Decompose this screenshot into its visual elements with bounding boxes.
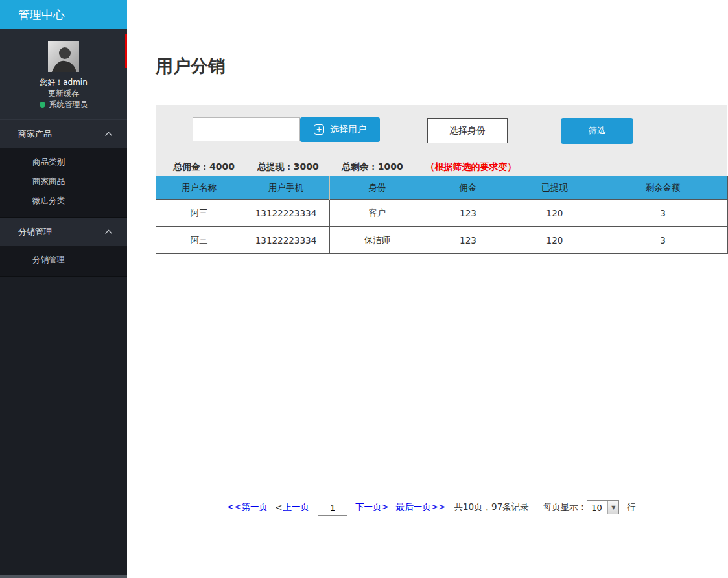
users-table: 用户名称 用户手机 身份 佣金 已提现 剩余金额 阿三 13122223334 … bbox=[156, 176, 728, 254]
next-page-link[interactable]: 下一页> bbox=[355, 502, 389, 513]
user-greeting: 您好！admin bbox=[0, 77, 127, 88]
page: 管理中心 您好！admin 更新缓存 系统管理员 bbox=[0, 0, 728, 578]
sidebar-group-label: 商家产品 bbox=[18, 128, 52, 140]
chevron-up-icon bbox=[104, 227, 113, 237]
filter-panel: + 选择用户 选择身份 筛选 总佣金：4000 总提现：3000 总剩余：100… bbox=[156, 105, 727, 176]
total-withdrawn: 总提现：3000 bbox=[257, 161, 319, 172]
sidebar-item-distribution-management[interactable]: 分销管理 bbox=[0, 250, 127, 270]
page-size-label: 每页显示： bbox=[543, 502, 587, 513]
pagination: <<第一页 < 上一页 下一页> 最后一页>> 共10页，97条记录 每页显示：… bbox=[227, 498, 636, 516]
sidebar-group-label: 分销管理 bbox=[18, 226, 52, 238]
user-search-input[interactable] bbox=[193, 117, 300, 141]
prev-page-link[interactable]: 上一页 bbox=[283, 502, 309, 513]
user-panel: 您好！admin 更新缓存 系统管理员 bbox=[0, 29, 127, 120]
user-avatar bbox=[48, 41, 79, 72]
page-title: 用户分销 bbox=[156, 54, 226, 78]
col-commission: 佣金 bbox=[425, 176, 511, 200]
sidebar-group-merchant-products[interactable]: 商家产品 bbox=[0, 120, 127, 148]
col-username: 用户名称 bbox=[156, 176, 242, 200]
cell-commission: 123 bbox=[425, 227, 511, 254]
user-role-label: 系统管理员 bbox=[49, 99, 88, 110]
table-row: 阿三 13122223334 客户 123 120 3 bbox=[156, 200, 728, 227]
current-page-input[interactable] bbox=[318, 500, 347, 516]
first-page-link[interactable]: <<第一页 bbox=[227, 502, 268, 513]
prev-arrow: < bbox=[275, 502, 282, 513]
page-size-value: 10 bbox=[587, 503, 607, 513]
sidebar-bottom-strip bbox=[0, 575, 127, 578]
table-row: 阿三 13122223334 保洁师 123 120 3 bbox=[156, 227, 728, 254]
select-identity-button[interactable]: 选择身份 bbox=[427, 118, 508, 143]
sidebar-item-merchant-goods[interactable]: 商家商品 bbox=[0, 172, 127, 191]
col-phone: 用户手机 bbox=[242, 176, 330, 200]
cell-username: 阿三 bbox=[156, 227, 242, 254]
page-size-select[interactable]: 10 ▼ bbox=[587, 500, 619, 514]
user-role: 系统管理员 bbox=[0, 99, 127, 110]
cell-identity: 客户 bbox=[330, 200, 425, 227]
refresh-cache-link[interactable]: 更新缓存 bbox=[0, 88, 127, 99]
cell-username: 阿三 bbox=[156, 200, 242, 227]
total-remaining: 总剩余：1000 bbox=[342, 161, 403, 172]
table-header: 用户名称 用户手机 身份 佣金 已提现 剩余金额 bbox=[156, 176, 728, 200]
last-page-link[interactable]: 最后一页>> bbox=[396, 502, 446, 513]
cell-remaining: 3 bbox=[598, 227, 728, 254]
online-status-icon bbox=[40, 102, 45, 108]
record-count: 共10页，97条记录 bbox=[454, 502, 528, 513]
select-user-button-label: 选择用户 bbox=[330, 124, 366, 135]
sidebar: 管理中心 您好！admin 更新缓存 系统管理员 bbox=[0, 0, 127, 578]
filter-button[interactable]: 筛选 bbox=[561, 118, 633, 144]
cell-phone: 13122223334 bbox=[242, 200, 330, 227]
col-remaining: 剩余金额 bbox=[598, 176, 728, 200]
plus-square-icon: + bbox=[314, 124, 324, 135]
total-commission: 总佣金：4000 bbox=[173, 161, 235, 172]
cell-withdrawn: 120 bbox=[511, 200, 598, 227]
chevron-up-icon bbox=[104, 129, 113, 139]
submenu-distribution: 分销管理 bbox=[0, 246, 127, 277]
cell-phone: 13122223334 bbox=[242, 227, 330, 254]
summary-note: （根据筛选的要求变） bbox=[426, 161, 517, 172]
main-content: 用户分销 + 选择用户 选择身份 筛选 总佣金：4000 总提现：3000 总剩… bbox=[127, 0, 728, 578]
cell-remaining: 3 bbox=[598, 200, 728, 227]
col-withdrawn: 已提现 bbox=[511, 176, 598, 200]
summary-bar: 总佣金：4000 总提现：3000 总剩余：1000 （根据筛选的要求变） bbox=[173, 161, 517, 173]
cell-withdrawn: 120 bbox=[511, 227, 598, 254]
sidebar-item-microstore-category[interactable]: 微店分类 bbox=[0, 191, 127, 211]
app-title: 管理中心 bbox=[0, 0, 127, 29]
rows-unit-label: 行 bbox=[627, 502, 636, 513]
sidebar-group-distribution[interactable]: 分销管理 bbox=[0, 218, 127, 246]
cell-commission: 123 bbox=[425, 200, 511, 227]
col-identity: 身份 bbox=[330, 176, 425, 200]
select-user-button[interactable]: + 选择用户 bbox=[300, 117, 380, 142]
avatar-photo bbox=[48, 41, 79, 72]
submenu-merchant-products: 商品类别 商家商品 微店分类 bbox=[0, 148, 127, 218]
sidebar-item-product-category[interactable]: 商品类别 bbox=[0, 152, 127, 172]
cell-identity: 保洁师 bbox=[330, 227, 425, 254]
dropdown-arrow-icon: ▼ bbox=[607, 501, 618, 514]
